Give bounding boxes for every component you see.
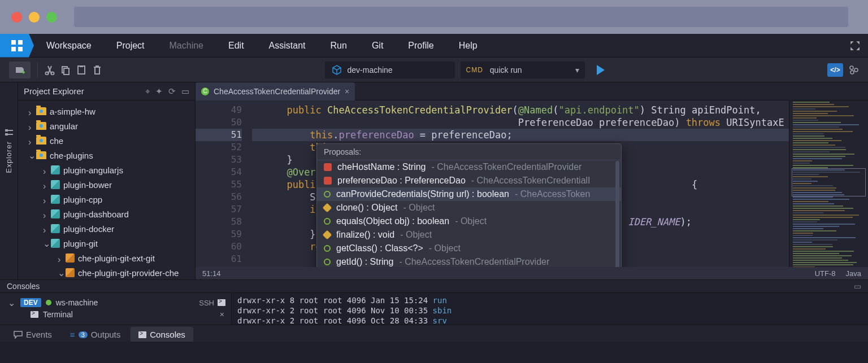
completion-item[interactable]: finalize() : void - Object: [317, 228, 621, 242]
terminal-output[interactable]: drwxr-xr-x 8 root root 4096 Jan 15 15:24…: [232, 293, 868, 325]
completion-signature: getClass() : Class<?>: [336, 243, 423, 253]
delete-icon[interactable]: [92, 65, 102, 75]
method-icon: [324, 245, 331, 252]
chevron-right-icon[interactable]: [43, 181, 50, 188]
menu-assistant[interactable]: Assistant: [257, 34, 318, 58]
close-terminal-icon[interactable]: ×: [220, 310, 224, 319]
chevron-right-icon[interactable]: [58, 255, 64, 261]
svg-rect-4: [78, 66, 85, 74]
completion-scrollbar[interactable]: [615, 161, 619, 267]
editor-tab-active[interactable]: C CheAccessTokenCredentialProvider ×: [196, 82, 355, 100]
address-bar[interactable]: [74, 7, 848, 27]
cmd-value: quick run: [490, 65, 522, 75]
tree-item[interactable]: plugin-bower: [18, 177, 195, 192]
consoles-machine-item[interactable]: DEV ws-machine SSH: [0, 295, 231, 310]
tree-item[interactable]: che-plugins: [18, 148, 195, 163]
chevron-right-icon[interactable]: [28, 108, 35, 115]
command-selector[interactable]: CMD quick run ▾: [461, 62, 585, 78]
completion-item[interactable]: clone() : Object - Object: [317, 201, 621, 215]
chevron-right-icon[interactable]: [43, 211, 50, 217]
menu-run[interactable]: Run: [318, 34, 359, 58]
line-gutter[interactable]: 495051525354555657585960616263: [196, 100, 246, 267]
chevron-down-icon[interactable]: [8, 299, 15, 306]
tree-item[interactable]: che-plugin-git-provider-che: [18, 265, 195, 279]
consoles-minimize-icon[interactable]: ▭: [854, 282, 861, 291]
terminal-icon[interactable]: [218, 299, 225, 306]
completion-title: Proposals:: [317, 144, 621, 160]
protected-method-icon: [323, 203, 332, 213]
tree-item[interactable]: plugin-git: [18, 236, 195, 251]
method-icon: [324, 191, 331, 198]
menu-git[interactable]: Git: [359, 34, 396, 58]
tree-item[interactable]: plugin-docker: [18, 221, 195, 236]
completion-item[interactable]: cheHostName : String - CheAccessTokenCre…: [317, 160, 621, 174]
completion-item[interactable]: getClass() : Class<?> - Object: [317, 242, 621, 255]
main-area: Explorer Project Explorer ⌖ ✦ ⟳ ▭ a-simp…: [0, 82, 868, 279]
menu-edit[interactable]: Edit: [216, 34, 257, 58]
tab-events-label: Events: [26, 330, 52, 339]
paste-icon[interactable]: [76, 65, 86, 75]
minimize-window-button[interactable]: [29, 12, 40, 23]
method-icon: [324, 218, 331, 225]
rail-explorer-label[interactable]: Explorer: [5, 141, 13, 173]
tab-outputs[interactable]: ≡ 3 Outputs: [62, 327, 128, 342]
chevron-down-icon[interactable]: [58, 269, 64, 276]
tree-item-label: che: [50, 136, 63, 146]
tree-item[interactable]: plugin-dashboard: [18, 207, 195, 221]
completion-item[interactable]: canProvideCredentials(String url) : bool…: [317, 187, 621, 201]
completion-item[interactable]: preferenceDao : PreferenceDao - CheAcces…: [317, 174, 621, 187]
machine-selector[interactable]: dev-machine: [325, 62, 455, 78]
run-button[interactable]: [591, 62, 611, 78]
chevron-right-icon[interactable]: [28, 137, 35, 144]
chevron-right-icon[interactable]: [43, 225, 50, 232]
zoom-window-button[interactable]: [46, 12, 57, 23]
menu-project[interactable]: Project: [104, 34, 157, 58]
completion-item[interactable]: equals(Object obj) : boolean - Object: [317, 215, 621, 228]
tree-item[interactable]: angular: [18, 119, 195, 133]
tree-item[interactable]: che: [18, 133, 195, 148]
terminal-tree-item[interactable]: Terminal ×: [0, 310, 231, 319]
completion-item[interactable]: getId() : String - CheAccessTokenCredent…: [317, 255, 621, 267]
cut-icon[interactable]: [45, 65, 55, 75]
minimap[interactable]: [789, 100, 868, 267]
tree-item-label: plugin-angularjs: [63, 165, 123, 175]
chevron-right-icon[interactable]: [43, 167, 50, 173]
chevron-right-icon[interactable]: [43, 196, 50, 203]
new-resource-button[interactable]: [9, 62, 31, 78]
tree-item[interactable]: che-plugin-git-ext-git: [18, 251, 195, 265]
file-tree[interactable]: a-simple-hwangularcheche-pluginsplugin-a…: [18, 100, 195, 279]
minimize-panel-icon[interactable]: ▭: [181, 86, 189, 97]
locate-icon[interactable]: ⌖: [145, 86, 150, 97]
completion-popup[interactable]: Proposals: cheHostName : String - CheAcc…: [316, 143, 622, 267]
svg-point-7: [854, 68, 858, 72]
tab-events[interactable]: Events: [6, 327, 60, 342]
ssh-label[interactable]: SSH: [199, 299, 214, 307]
tab-consoles[interactable]: Consoles: [131, 327, 193, 342]
tree-item[interactable]: plugin-angularjs: [18, 163, 195, 177]
chevron-right-icon[interactable]: [28, 123, 35, 129]
chevron-down-icon[interactable]: [28, 152, 35, 159]
side-rail: Explorer: [0, 82, 18, 279]
tree-item[interactable]: plugin-cpp: [18, 192, 195, 207]
file-encoding[interactable]: UTF-8: [815, 269, 836, 278]
copy-icon[interactable]: [60, 65, 71, 75]
refresh-icon[interactable]: ⟳: [168, 86, 176, 97]
code-perspective-button[interactable]: </>: [827, 63, 843, 77]
completion-class: - CheAccessTokenCredentialProvider: [432, 162, 582, 172]
explorer-icon[interactable]: [4, 128, 14, 138]
menu-profile[interactable]: Profile: [396, 34, 446, 58]
file-language[interactable]: Java: [846, 269, 861, 278]
ops-perspective-icon[interactable]: [849, 65, 859, 75]
menu-help[interactable]: Help: [446, 34, 490, 58]
chevron-down-icon[interactable]: [43, 240, 50, 247]
collapse-icon[interactable]: ✦: [155, 86, 163, 97]
close-tab-icon[interactable]: ×: [345, 87, 349, 96]
fullscreen-icon[interactable]: [847, 37, 863, 54]
folder-icon: [36, 151, 46, 159]
close-window-button[interactable]: [11, 12, 22, 23]
tree-item[interactable]: a-simple-hw: [18, 104, 195, 119]
terminal-icon: [31, 311, 38, 318]
menu-workspace[interactable]: Workspace: [34, 34, 104, 58]
app-logo[interactable]: [0, 34, 34, 58]
svg-point-6: [850, 66, 853, 69]
